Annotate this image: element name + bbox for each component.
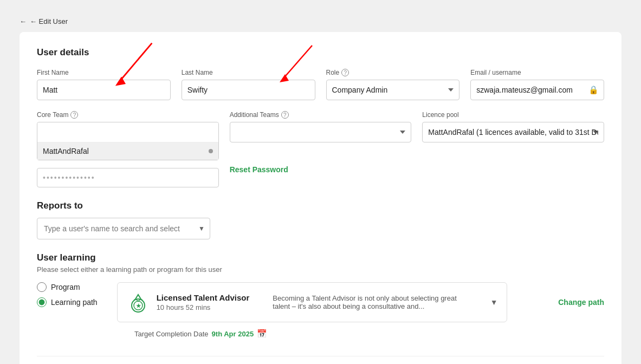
last-name-input[interactable] — [182, 80, 315, 100]
back-link[interactable]: ← ← Edit User — [11, 11, 630, 32]
footer-actions: Cancel Save changes — [37, 356, 604, 364]
first-name-label: First Name — [37, 69, 171, 76]
program-label: Program — [51, 283, 80, 291]
back-arrow-icon: ← — [20, 17, 27, 25]
target-date-label: Target Completion Date — [134, 330, 209, 338]
core-team-input-wrapper: MattAndRafal — [37, 122, 219, 160]
additional-teams-wrapper — [230, 122, 412, 142]
program-radio[interactable] — [37, 282, 47, 292]
core-team-label: Core Team ? — [37, 111, 219, 119]
core-team-item-dot — [209, 149, 213, 153]
course-name: Licensed Talent Advisor — [157, 293, 258, 302]
radio-group: Program Learning path — [37, 282, 98, 307]
password-dots-display: •••••••••••••• — [37, 168, 219, 187]
learning-section: User learning Please select either a lea… — [37, 252, 604, 339]
core-team-help-icon[interactable]: ? — [70, 111, 78, 119]
svg-text:★: ★ — [135, 303, 141, 309]
learning-path-radio[interactable] — [37, 297, 47, 307]
licence-pool-wrapper: MattAndRafal (1 licences available, vali… — [422, 122, 604, 142]
learning-subtitle: Please select either a learning path or … — [37, 265, 604, 274]
additional-teams-group: Additional Teams ? Reset Password — [230, 111, 412, 187]
licence-pool-label: Licence pool — [422, 111, 604, 119]
change-path-link[interactable]: Change path — [558, 298, 604, 307]
learning-info: Licensed Talent Advisor 10 hours 52 mins — [157, 293, 258, 311]
licence-pool-group: Licence pool MattAndRafal (1 licences av… — [422, 111, 604, 187]
course-duration: 10 hours 52 mins — [157, 303, 258, 311]
email-label: Email / username — [470, 69, 604, 76]
last-name-group: Last Name — [182, 69, 315, 100]
core-team-group: Core Team ? MattAndRafal •••••••••••••• — [37, 111, 219, 187]
user-details-row1: First Name Last Name Role ? Company Admi… — [37, 69, 604, 100]
additional-teams-select[interactable] — [230, 122, 412, 142]
email-input[interactable] — [470, 80, 604, 100]
learning-path-radio-label[interactable]: Learning path — [37, 297, 98, 307]
licence-pool-select[interactable]: MattAndRafal (1 licences available, vali… — [422, 122, 604, 142]
user-details-row2: Core Team ? MattAndRafal •••••••••••••• — [37, 111, 604, 187]
core-team-input[interactable] — [37, 122, 218, 142]
reports-dropdown: ▼ — [37, 218, 210, 239]
reports-input[interactable] — [37, 218, 210, 239]
learning-path-label: Learning path — [51, 298, 98, 307]
course-icon: ★ — [126, 290, 150, 314]
additional-teams-label: Additional Teams ? — [230, 111, 412, 119]
target-date-value: 9th Apr 2025 — [212, 330, 254, 338]
lock-icon: 🔒 — [588, 85, 599, 95]
role-select[interactable]: Company Admin — [326, 80, 460, 100]
page-title: User details — [37, 47, 604, 58]
learning-title: User learning — [37, 252, 604, 263]
role-help-icon[interactable]: ? — [341, 69, 349, 76]
learning-card-chevron-icon[interactable]: ▼ — [490, 298, 498, 307]
calendar-icon[interactable]: 📅 — [257, 329, 267, 339]
last-name-label: Last Name — [182, 69, 315, 76]
core-team-item[interactable]: MattAndRafal — [37, 142, 218, 160]
back-link-label: ← Edit User — [30, 17, 68, 25]
role-group: Role ? Company Admin — [326, 69, 460, 100]
edit-user-card: User details First Name Last Name Role — [20, 32, 621, 364]
target-date-wrapper: Target Completion Date 9th Apr 2025 📅 — [134, 329, 604, 339]
reset-password-link[interactable]: Reset Password — [230, 165, 412, 174]
core-team-dropdown: MattAndRafal — [37, 142, 218, 160]
first-name-group: First Name — [37, 69, 171, 100]
core-team-item-label: MattAndRafal — [43, 147, 89, 155]
course-description: Becoming a Talent Advisor is not only ab… — [273, 294, 475, 310]
learning-card: ★ Licensed Talent Advisor 10 hours 52 mi… — [117, 282, 507, 322]
additional-teams-help-icon[interactable]: ? — [281, 111, 289, 119]
program-radio-label[interactable]: Program — [37, 282, 98, 292]
email-group: Email / username 🔒 — [470, 69, 604, 100]
reports-title: Reports to — [37, 200, 604, 211]
first-name-input[interactable] — [37, 80, 171, 100]
reports-section: Reports to ▼ — [37, 200, 604, 239]
learning-content: Program Learning path ★ — [37, 282, 604, 322]
role-label: Role ? — [326, 69, 460, 76]
email-wrapper: 🔒 — [470, 80, 604, 100]
